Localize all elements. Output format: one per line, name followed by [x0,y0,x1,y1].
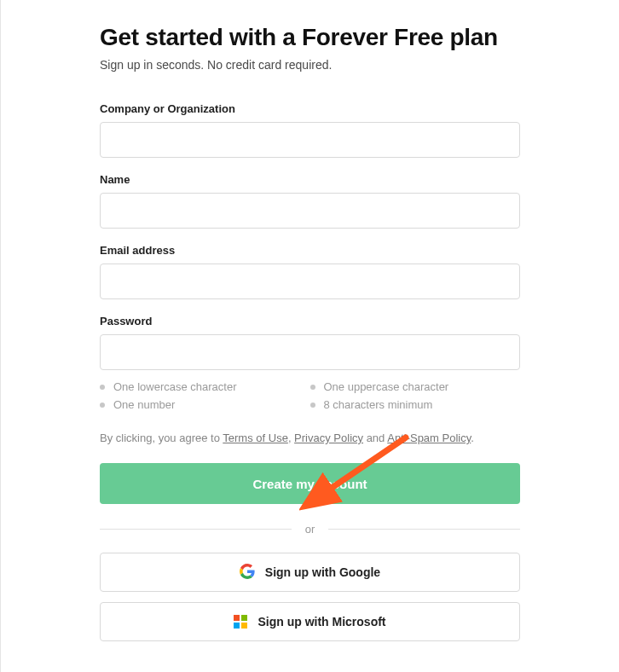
create-account-button[interactable]: Create my account [100,463,520,504]
google-signup-button[interactable]: Sign up with Google [100,553,520,592]
password-requirements: One lowercase character One uppercase ch… [100,380,520,416]
antispam-link[interactable]: Anti-Spam Policy [387,432,471,444]
password-req-item: 8 characters minimum [310,398,521,411]
google-signup-label: Sign up with Google [265,565,380,579]
divider: or [100,523,520,536]
password-req-item: One lowercase character [100,380,310,393]
password-req-text: One number [113,398,175,411]
page-subtitle: Sign up in seconds. No credit card requi… [100,58,520,72]
password-req-text: 8 characters minimum [324,398,433,411]
terms-link[interactable]: Terms of Use [223,432,288,444]
legal-sep: and [363,432,387,444]
google-icon [240,564,255,582]
divider-line [100,529,292,530]
legal-suffix: . [471,432,474,444]
legal-text: By clicking, you agree to Terms of Use, … [100,432,520,444]
password-req-item: One number [100,398,310,411]
page-title: Get started with a Forever Free plan [100,24,520,51]
bullet-icon [100,385,105,390]
password-req-text: One uppercase character [324,380,449,393]
password-req-text: One lowercase character [113,380,237,393]
company-input[interactable] [100,122,520,158]
email-label: Email address [100,244,520,257]
name-label: Name [100,173,520,186]
name-input[interactable] [100,193,520,229]
password-input[interactable] [100,334,520,370]
bullet-icon [310,385,315,390]
divider-text: or [292,523,329,536]
bullet-icon [310,403,315,408]
divider-line [328,529,520,530]
microsoft-icon [234,615,247,629]
email-input[interactable] [100,264,520,299]
password-label: Password [100,315,520,327]
company-label: Company or Organization [100,102,520,115]
microsoft-signup-label: Sign up with Microsoft [257,615,385,629]
microsoft-signup-button[interactable]: Sign up with Microsoft [100,602,520,641]
privacy-link[interactable]: Privacy Policy [294,432,363,444]
legal-prefix: By clicking, you agree to [100,432,223,444]
bullet-icon [100,403,105,408]
password-req-item: One uppercase character [310,380,521,393]
